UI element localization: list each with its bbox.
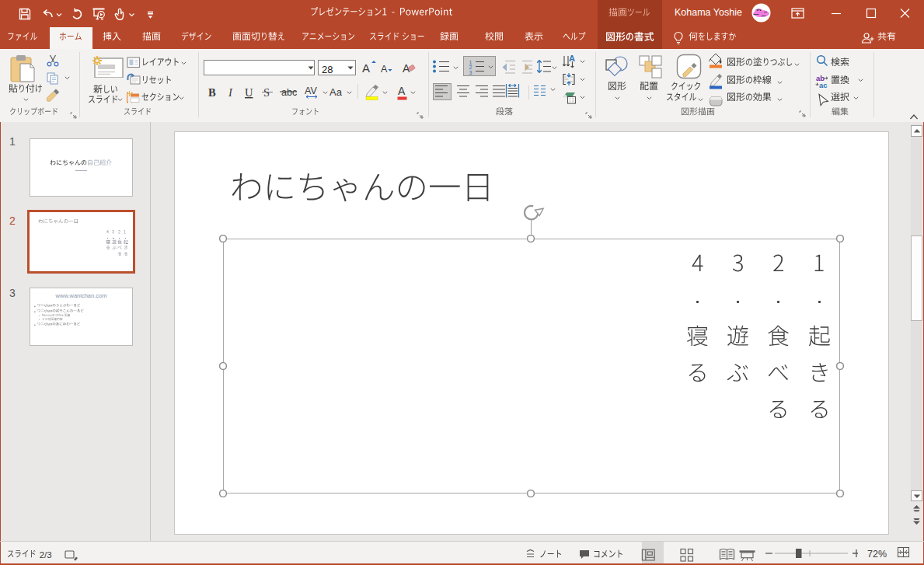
svg-text:abc: abc	[281, 87, 297, 98]
svg-text:3: 3	[469, 70, 472, 75]
svg-text:B: B	[208, 86, 216, 99]
svg-text:A: A	[362, 61, 370, 75]
svg-text:A: A	[381, 64, 388, 75]
svg-text:ac: ac	[819, 81, 828, 89]
svg-text:A: A	[569, 54, 575, 63]
svg-text:Aa: Aa	[330, 86, 343, 98]
svg-text:AV: AV	[305, 85, 317, 96]
svg-text:A: A	[398, 85, 406, 97]
svg-text:U: U	[245, 86, 253, 99]
svg-text:I: I	[228, 86, 233, 99]
